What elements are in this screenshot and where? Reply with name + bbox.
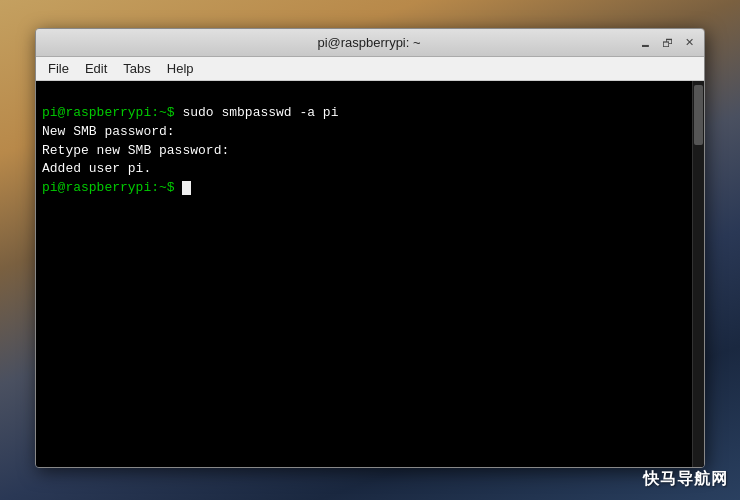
scrollbar[interactable]	[692, 81, 704, 467]
terminal-content[interactable]: pi@raspberrypi:~$ sudo smbpasswd -a pi N…	[36, 81, 692, 467]
menu-tabs[interactable]: Tabs	[115, 59, 158, 78]
close-button[interactable]: ✕	[680, 34, 698, 52]
output-2: Retype new SMB password:	[42, 143, 229, 158]
window-title: pi@raspberrypi: ~	[102, 35, 636, 50]
scrollbar-thumb[interactable]	[694, 85, 703, 145]
watermark: 快马导航网	[643, 469, 728, 490]
prompt-2: pi@raspberrypi:~$	[42, 180, 182, 195]
title-bar: pi@raspberrypi: ~ 🗕 🗗 ✕	[36, 29, 704, 57]
output-1: New SMB password:	[42, 124, 175, 139]
minimize-button[interactable]: 🗕	[636, 34, 654, 52]
terminal-body: pi@raspberrypi:~$ sudo smbpasswd -a pi N…	[36, 81, 704, 467]
command-1: sudo smbpasswd -a pi	[182, 105, 338, 120]
menu-edit[interactable]: Edit	[77, 59, 115, 78]
prompt-1: pi@raspberrypi:~$	[42, 105, 182, 120]
output-3: Added user pi.	[42, 161, 151, 176]
terminal-window: pi@raspberrypi: ~ 🗕 🗗 ✕ File Edit Tabs H…	[35, 28, 705, 468]
menu-bar: File Edit Tabs Help	[36, 57, 704, 81]
menu-file[interactable]: File	[40, 59, 77, 78]
cursor	[182, 181, 191, 195]
menu-help[interactable]: Help	[159, 59, 202, 78]
maximize-button[interactable]: 🗗	[658, 34, 676, 52]
window-controls: 🗕 🗗 ✕	[636, 34, 698, 52]
